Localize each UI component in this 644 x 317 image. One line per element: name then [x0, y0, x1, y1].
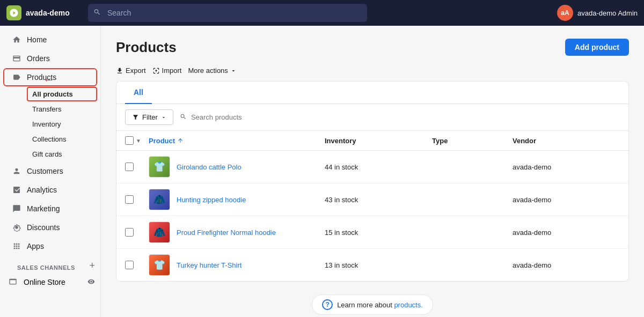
export-button[interactable]: Export [116, 64, 146, 77]
main-layout: Home Orders Products ← All products Tran [0, 26, 644, 317]
col-header-inventory: Inventory [325, 137, 432, 145]
product-name-0[interactable]: Girolando cattle Polo [177, 163, 241, 171]
analytics-icon [12, 185, 21, 195]
row-checkbox-3[interactable] [125, 261, 134, 269]
row-checkbox-wrap-2[interactable] [125, 228, 149, 237]
inventory-0: 44 in stock [325, 163, 432, 171]
product-cell-2: 🧥 Proud Firefighter Normal hoodie [149, 222, 325, 243]
sidebar-item-customers[interactable]: Customers [3, 162, 97, 180]
sidebar-item-orders[interactable]: Orders [3, 49, 97, 68]
submenu-transfers[interactable]: Transfers [27, 102, 97, 116]
page-title: Products [116, 39, 177, 56]
col-header-product[interactable]: Product [149, 137, 325, 145]
row-checkbox-wrap-1[interactable] [125, 195, 149, 204]
sidebar-item-settings[interactable]: Settings [3, 312, 97, 317]
add-sales-channel-button[interactable]: + [89, 261, 95, 270]
search-input[interactable] [88, 4, 367, 22]
table-row[interactable]: 👕 Girolando cattle Polo 44 in stock avad… [116, 151, 628, 183]
sort-icon [177, 137, 184, 144]
sidebar-label-products: Products [27, 73, 56, 82]
brand-name: avada-demo [26, 9, 70, 17]
product-cell-0: 👕 Girolando cattle Polo [149, 156, 325, 178]
sidebar-label-orders: Orders [27, 54, 50, 63]
brand[interactable]: avada-demo [6, 5, 82, 20]
sales-channels-section: SALES CHANNELS + [0, 256, 100, 274]
select-dropdown-button[interactable]: ▼ [136, 138, 141, 144]
search-products-icon [180, 113, 187, 122]
sidebar-item-online-store[interactable]: Online Store [0, 274, 100, 290]
chevron-down-icon [230, 68, 237, 74]
sidebar-item-marketing[interactable]: Marketing [3, 200, 97, 218]
products-submenu: All products Transfers Inventory Collect… [0, 87, 100, 161]
import-button[interactable]: Import [152, 64, 182, 77]
learn-more-link[interactable]: products. [394, 301, 422, 309]
discounts-icon [12, 223, 21, 232]
sidebar-item-home[interactable]: Home [3, 31, 97, 49]
sales-channels-label: SALES CHANNELS [9, 258, 84, 273]
product-cell-1: 🧥 Hunting zipped hoodie [149, 189, 325, 210]
table-row[interactable]: 🧥 Hunting zipped hoodie 43 in stock avad… [116, 183, 628, 216]
user-name: avada-demo Admin [577, 9, 638, 17]
sidebar-label-marketing: Marketing [27, 204, 60, 213]
sidebar-item-products[interactable]: Products [3, 68, 97, 86]
sidebar-item-apps[interactable]: Apps [3, 237, 97, 255]
tab-all[interactable]: All [125, 82, 152, 104]
submenu-collections[interactable]: Collections [27, 132, 97, 146]
import-icon [152, 67, 160, 75]
row-checkbox-wrap-0[interactable] [125, 163, 149, 171]
more-actions-button[interactable]: More actions [188, 64, 236, 77]
main-content: Products Add product Export Import More … [101, 26, 644, 317]
sidebar-label-home: Home [27, 35, 47, 44]
online-store-label: Online Store [24, 278, 65, 286]
product-thumbnail-1: 🧥 [149, 189, 170, 210]
row-checkbox-0[interactable] [125, 163, 134, 171]
sidebar-item-discounts[interactable]: Discounts [3, 218, 97, 237]
help-icon: ? [322, 299, 333, 310]
add-product-button[interactable]: Add product [565, 39, 629, 56]
import-label: Import [162, 67, 182, 75]
apps-icon [12, 241, 21, 251]
select-all-checkbox[interactable] [125, 136, 134, 145]
search-products-container [180, 113, 620, 122]
product-name-2[interactable]: Proud Firefighter Normal hoodie [177, 228, 276, 237]
sidebar-label-analytics: Analytics [27, 186, 57, 194]
search-bar[interactable] [88, 4, 367, 22]
sidebar-item-analytics[interactable]: Analytics [3, 181, 97, 199]
sidebar-label-discounts: Discounts [27, 223, 60, 232]
row-checkbox-wrap-3[interactable] [125, 261, 149, 269]
submenu-all-products[interactable]: All products [27, 87, 97, 101]
col-header-type: Type [432, 137, 513, 145]
sidebar: Home Orders Products ← All products Tran [0, 26, 101, 317]
product-thumbnail-2: 🧥 [149, 222, 170, 243]
product-thumbnail-0: 👕 [149, 156, 170, 178]
product-thumbnail-3: 👕 [149, 254, 170, 276]
inventory-3: 13 in stock [325, 261, 432, 269]
submenu-inventory[interactable]: Inventory [27, 117, 97, 131]
filter-label: Filter [142, 113, 158, 121]
marketing-icon [12, 204, 21, 213]
table-body: 👕 Girolando cattle Polo 44 in stock avad… [116, 151, 628, 281]
learn-more-box: ? Learn more about products. [312, 294, 433, 315]
product-name-3[interactable]: Turkey hunter T-Shirt [177, 261, 241, 269]
sidebar-label-apps: Apps [27, 242, 44, 250]
row-checkbox-2[interactable] [125, 228, 134, 237]
search-products-input[interactable] [191, 113, 620, 121]
product-name-1[interactable]: Hunting zipped hoodie [177, 196, 246, 204]
table-row[interactable]: 🧥 Proud Firefighter Normal hoodie 15 in … [116, 216, 628, 249]
vendor-0: avada-demo [513, 163, 620, 171]
page-header: Products Add product [116, 39, 629, 56]
avatar[interactable]: aA [557, 5, 573, 21]
row-checkbox-1[interactable] [125, 195, 134, 204]
filter-button[interactable]: Filter [125, 109, 173, 125]
select-all-checkbox-wrap[interactable]: ▼ [125, 136, 149, 145]
product-cell-3: 👕 Turkey hunter T-Shirt [149, 254, 325, 276]
filter-icon [132, 114, 139, 121]
brand-icon [6, 5, 21, 20]
top-nav-right: aA avada-demo Admin [557, 5, 638, 21]
products-card: All Filter [116, 81, 629, 282]
col-header-vendor: Vendor [513, 137, 620, 145]
table-row[interactable]: 👕 Turkey hunter T-Shirt 13 in stock avad… [116, 249, 628, 281]
vendor-2: avada-demo [513, 228, 620, 237]
submenu-gift-cards[interactable]: Gift cards [27, 147, 97, 161]
eye-icon[interactable] [87, 278, 95, 287]
